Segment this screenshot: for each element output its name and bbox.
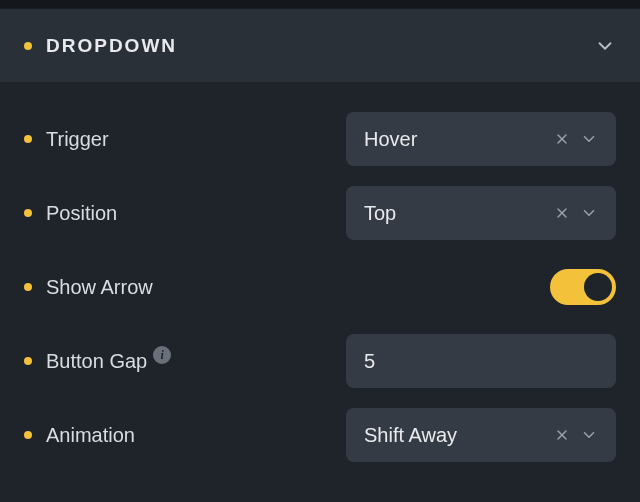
row-show-arrow: Show Arrow: [24, 250, 616, 324]
position-select[interactable]: Top: [346, 186, 616, 240]
clear-icon[interactable]: [554, 427, 570, 443]
toggle-knob: [584, 273, 612, 301]
clear-icon[interactable]: [554, 131, 570, 147]
section-bullet-icon: [24, 42, 32, 50]
chevron-down-icon[interactable]: [594, 35, 616, 57]
section-header[interactable]: DROPDOWN: [0, 8, 640, 82]
control-area: Shift Away: [346, 408, 616, 462]
section-title: DROPDOWN: [46, 35, 177, 57]
info-icon[interactable]: i: [153, 346, 171, 364]
control-area: [346, 334, 616, 388]
section-header-left: DROPDOWN: [24, 35, 177, 57]
bullet-icon: [24, 357, 32, 365]
control-area: Hover: [346, 112, 616, 166]
select-value: Top: [364, 202, 396, 225]
select-icons: [554, 426, 598, 444]
trigger-select[interactable]: Hover: [346, 112, 616, 166]
bullet-icon: [24, 135, 32, 143]
row-label: Show Arrow: [46, 276, 153, 299]
animation-select[interactable]: Shift Away: [346, 408, 616, 462]
row-animation: Animation Shift Away: [24, 398, 616, 472]
clear-icon[interactable]: [554, 205, 570, 221]
row-left: Trigger: [24, 128, 346, 151]
row-left: Show Arrow: [24, 276, 346, 299]
top-divider: [0, 0, 640, 8]
select-icons: [554, 130, 598, 148]
control-area: [346, 269, 616, 305]
row-button-gap: Button Gap i: [24, 324, 616, 398]
chevron-down-icon[interactable]: [580, 130, 598, 148]
label-text: Button Gap: [46, 350, 147, 373]
bullet-icon: [24, 431, 32, 439]
bullet-icon: [24, 283, 32, 291]
row-left: Button Gap i: [24, 350, 346, 373]
row-label: Position: [46, 202, 117, 225]
row-trigger: Trigger Hover: [24, 102, 616, 176]
row-label: Animation: [46, 424, 135, 447]
show-arrow-toggle[interactable]: [550, 269, 616, 305]
select-value: Hover: [364, 128, 417, 151]
select-icons: [554, 204, 598, 222]
row-position: Position Top: [24, 176, 616, 250]
select-value: Shift Away: [364, 424, 457, 447]
row-label: Button Gap i: [46, 350, 171, 373]
button-gap-input[interactable]: [346, 334, 616, 388]
section-body: Trigger Hover Position To: [0, 82, 640, 472]
row-left: Animation: [24, 424, 346, 447]
row-label: Trigger: [46, 128, 109, 151]
bullet-icon: [24, 209, 32, 217]
control-area: Top: [346, 186, 616, 240]
chevron-down-icon[interactable]: [580, 426, 598, 444]
row-left: Position: [24, 202, 346, 225]
chevron-down-icon[interactable]: [580, 204, 598, 222]
